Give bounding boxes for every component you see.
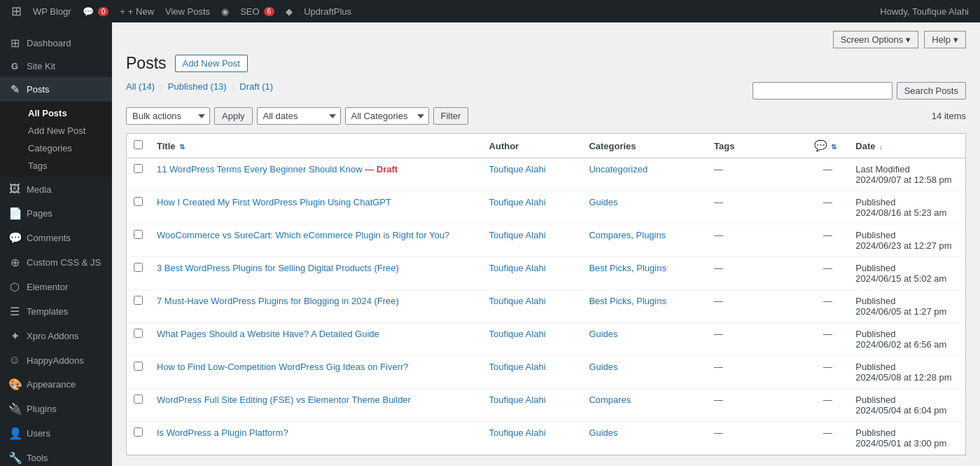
view-posts-item[interactable]: View Posts	[160, 0, 216, 22]
sidebar-item-templates[interactable]: ☰ Templates	[0, 299, 112, 324]
post-title-link[interactable]: How to Find Low-Competition WordPress Gi…	[157, 362, 409, 372]
plus-icon: +	[120, 6, 125, 17]
row-tags-cell: —	[707, 323, 807, 356]
categories-select[interactable]: All Categories Guides Compares Best Pick…	[345, 107, 429, 125]
sidebar-item-posts[interactable]: ✎ Posts	[0, 77, 112, 102]
post-title-link[interactable]: WordPress Full Site Editing (FSE) vs Ele…	[157, 395, 411, 405]
circle-item[interactable]: ◉	[216, 0, 234, 22]
post-title-link[interactable]: 3 Best WordPress Plugins for Selling Dig…	[157, 263, 399, 273]
category-link[interactable]: Plugins	[636, 296, 666, 306]
row-author-cell: Toufique Alahi	[482, 389, 582, 422]
post-title-link[interactable]: 11 WordPress Terms Every Beginner Should…	[157, 164, 398, 174]
filter-tab-all[interactable]: All (14)	[126, 81, 155, 92]
category-link[interactable]: Compares	[589, 230, 631, 240]
updraftplus-item[interactable]: UpdraftPlus	[298, 0, 357, 22]
post-title-link[interactable]: How I Created My First WordPress Plugin …	[157, 197, 391, 207]
post-title-link[interactable]: 7 Must-Have WordPress Plugins for Bloggi…	[157, 296, 399, 306]
sidebar-item-users[interactable]: 👤 Users	[0, 421, 112, 446]
select-all-checkbox[interactable]	[134, 140, 143, 149]
bulk-actions-select[interactable]: Bulk actions	[126, 107, 210, 125]
sidebar-sub-posts: All Posts Add New Post Categories Tags	[0, 102, 112, 177]
category-link[interactable]: Compares	[589, 395, 631, 405]
site-name-item[interactable]: WP Blogr	[27, 0, 77, 22]
post-title-link[interactable]: Is WordPress a Plugin Platform?	[157, 427, 288, 438]
row-checkbox[interactable]	[134, 230, 143, 239]
author-link[interactable]: Toufique Alahi	[489, 296, 546, 306]
row-checkbox[interactable]	[134, 427, 143, 437]
author-link[interactable]: Toufique Alahi	[489, 263, 546, 273]
sidebar-sub-categories[interactable]: Categories	[20, 139, 112, 157]
author-link[interactable]: Toufique Alahi	[489, 395, 546, 405]
sidebar-item-dashboard[interactable]: ⊞ Dashboard	[0, 31, 112, 55]
sidebar-sub-tags[interactable]: Tags	[20, 157, 112, 174]
date-value: 2024/06/15 at 5:02 am	[855, 273, 946, 284]
dates-select[interactable]: All dates 2024/09 2024/08 2024/06 2024/0…	[257, 107, 341, 125]
sidebar-item-custom-css[interactable]: ⊕ Custom CSS & JS	[0, 250, 112, 275]
sidebar-sub-add-new[interactable]: Add New Post	[20, 122, 112, 139]
diamond-item[interactable]: ◆	[280, 0, 298, 22]
add-new-post-button[interactable]: Add New Post	[175, 55, 248, 72]
tags-value: —	[714, 164, 723, 174]
sidebar-item-xpro[interactable]: ✦ Xpro Addons	[0, 324, 112, 348]
author-link[interactable]: Toufique Alahi	[489, 164, 546, 174]
table-row: Is WordPress a Plugin Platform? Toufique…	[127, 422, 965, 455]
row-checkbox[interactable]	[134, 362, 143, 371]
new-item[interactable]: + + New	[114, 0, 160, 22]
category-link[interactable]: Best Picks	[589, 263, 631, 273]
sidebar-item-media[interactable]: 🖼 Media	[0, 177, 112, 201]
category-link[interactable]: Guides	[589, 197, 617, 207]
help-button[interactable]: Help ▾	[924, 31, 966, 48]
author-link[interactable]: Toufique Alahi	[489, 197, 546, 207]
post-title-link[interactable]: What Pages Should a Website Have? A Deta…	[157, 329, 379, 339]
sidebar-item-plugins[interactable]: 🔌 Plugins	[0, 397, 112, 421]
title-col-header[interactable]: Title ⇅	[150, 134, 482, 158]
date-status: Published	[855, 427, 895, 438]
sidebar-item-happy[interactable]: ☺ HappyAddons	[0, 348, 112, 372]
row-checkbox[interactable]	[134, 263, 143, 272]
category-link[interactable]: Guides	[589, 427, 617, 438]
wp-logo-item[interactable]: ⊞	[6, 0, 27, 22]
user-greeting[interactable]: Howdy, Toufique Alahi	[874, 0, 974, 22]
filter-tab-draft[interactable]: Draft (1)	[239, 81, 273, 92]
help-label: Help	[932, 34, 951, 45]
row-categories-cell: Guides	[582, 323, 707, 356]
row-title-cell: Is WordPress a Plugin Platform?	[150, 422, 482, 455]
sidebar-item-comments[interactable]: 💬 Comments	[0, 226, 112, 250]
row-checkbox[interactable]	[134, 296, 143, 305]
comments-item[interactable]: 💬 0	[77, 0, 115, 22]
category-link[interactable]: Plugins	[636, 263, 666, 273]
sidebar: ⊞ Dashboard G Site Kit ✎ Posts All Posts…	[0, 22, 112, 466]
filter-tab-published[interactable]: Published (13)	[168, 81, 227, 92]
filter-button[interactable]: Filter	[433, 107, 469, 125]
screen-options-button[interactable]: Screen Options ▾	[833, 31, 919, 48]
author-link[interactable]: Toufique Alahi	[489, 230, 546, 240]
category-link[interactable]: Uncategorized	[589, 164, 648, 174]
sidebar-sub-all-posts[interactable]: All Posts	[20, 104, 112, 122]
seo-item[interactable]: SEO 6	[234, 0, 280, 22]
sidebar-item-tools[interactable]: 🔧 Tools	[0, 446, 112, 466]
category-link[interactable]: Guides	[589, 362, 617, 372]
author-link[interactable]: Toufique Alahi	[489, 329, 546, 339]
row-tags-cell: —	[707, 422, 807, 455]
author-link[interactable]: Toufique Alahi	[489, 427, 546, 438]
sidebar-item-elementor[interactable]: ⬡ Elementor	[0, 275, 112, 299]
category-link[interactable]: Guides	[589, 329, 617, 339]
row-checkbox[interactable]	[134, 164, 143, 173]
sidebar-item-appearance[interactable]: 🎨 Appearance	[0, 372, 112, 397]
comments-value: —	[823, 230, 832, 240]
date-col-header[interactable]: Date ↓	[848, 134, 965, 158]
top-actions: Screen Options ▾ Help ▾	[126, 31, 966, 48]
search-input[interactable]	[752, 82, 892, 100]
apply-button[interactable]: Apply	[214, 107, 253, 125]
row-checkbox[interactable]	[134, 197, 143, 206]
category-link[interactable]: Best Picks	[589, 296, 631, 306]
row-checkbox-cell	[127, 158, 150, 191]
author-link[interactable]: Toufique Alahi	[489, 362, 546, 372]
row-checkbox[interactable]	[134, 395, 143, 404]
sidebar-item-pages[interactable]: 📄 Pages	[0, 201, 112, 226]
post-title-link[interactable]: WooCommerce vs SureCart: Which eCommerce…	[157, 230, 449, 240]
sidebar-item-sitekit[interactable]: G Site Kit	[0, 55, 112, 77]
category-link[interactable]: Plugins	[636, 230, 666, 240]
row-checkbox[interactable]	[134, 329, 143, 338]
search-posts-button[interactable]: Search Posts	[897, 82, 966, 100]
